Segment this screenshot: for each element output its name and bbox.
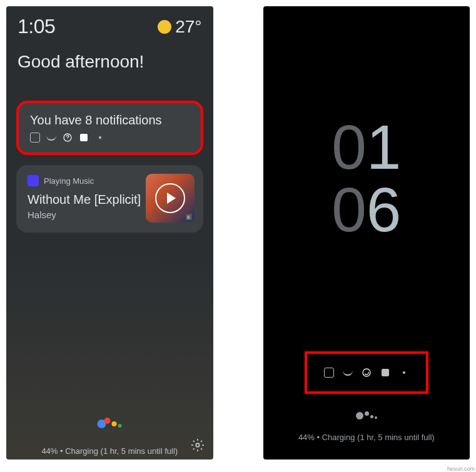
svg-point-2 <box>363 369 370 376</box>
calendar-icon <box>324 368 334 378</box>
minute-tens: 0 <box>332 178 367 241</box>
charging-status: 44% • Charging (1 hr, 5 mins until full) <box>6 446 213 456</box>
charging-status: 44% • Charging (1 hr, 5 mins until full) <box>263 433 470 442</box>
hour-tens: 0 <box>332 116 367 178</box>
app-icon <box>79 133 89 143</box>
play-icon <box>167 193 176 204</box>
aod-notification-icons <box>324 368 409 378</box>
album-art: E <box>146 174 195 223</box>
minute-ones: 6 <box>367 178 402 241</box>
whatsapp-icon <box>362 368 372 378</box>
media-service-label: Playing Music <box>44 176 94 186</box>
weather-widget[interactable]: 27° <box>158 17 201 37</box>
aod-notification-icons-box[interactable] <box>305 351 428 394</box>
always-on-display: 0 1 0 6 44% • Ch <box>263 6 470 459</box>
sun-icon <box>158 20 171 34</box>
hour-ones: 1 <box>367 116 402 178</box>
more-dot-icon <box>95 133 105 143</box>
more-dot-icon <box>399 368 409 378</box>
status-row: 1:05 27° <box>6 6 213 38</box>
amazon-icon <box>46 133 56 143</box>
lockscreen-active: 1:05 27° Good afternoon! You have 8 noti… <box>6 6 213 459</box>
music-app-icon <box>28 175 39 186</box>
play-button[interactable] <box>155 183 185 213</box>
aod-clock: 0 1 0 6 <box>332 116 401 241</box>
notification-icons <box>30 133 190 143</box>
temperature-value: 27° <box>175 17 201 37</box>
clock-time: 1:05 <box>18 15 55 38</box>
notifications-card[interactable]: You have 8 notifications <box>16 101 203 155</box>
app-icon <box>380 368 390 378</box>
whatsapp-icon <box>63 133 73 143</box>
media-card[interactable]: Playing Music Without Me [Explicit] Hals… <box>16 165 203 233</box>
calendar-icon <box>30 133 40 143</box>
notifications-title: You have 8 notifications <box>30 113 190 128</box>
google-assistant-icon[interactable] <box>98 419 122 428</box>
google-assistant-icon[interactable] <box>356 412 377 419</box>
explicit-badge: E <box>186 214 192 220</box>
greeting-text: Good afternoon! <box>6 38 213 72</box>
amazon-icon <box>343 368 353 378</box>
